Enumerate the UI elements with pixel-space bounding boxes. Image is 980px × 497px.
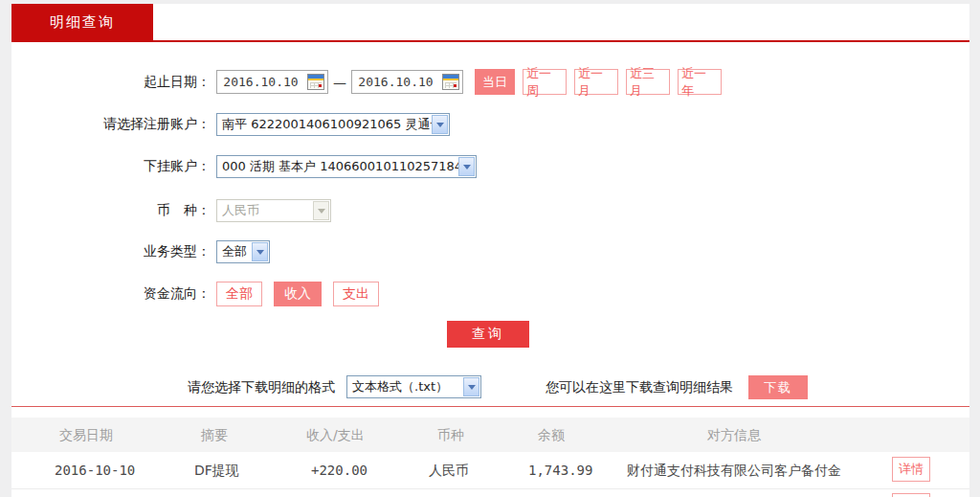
tab-bar: 明细查询 (11, 4, 969, 42)
quick-range-year-button[interactable]: 近一年 (678, 69, 722, 95)
chevron-down-icon (463, 377, 479, 396)
cell-counterparty: 财付通支付科技有限公司客户备付金 (627, 452, 841, 488)
calendar-icon[interactable] (307, 74, 324, 90)
date-range-separator: — (333, 75, 346, 90)
date-range-row: 起止日期： 2016.10.10 — 2016.10.10 当日 近一周 近一月… (11, 69, 722, 95)
cell-amount: +220.00 (311, 452, 368, 488)
cell-trade-date: 2016-10-10 (55, 452, 135, 488)
header-summary: 摘要 (201, 418, 228, 452)
currency-select: 人民币 (216, 199, 331, 222)
chevron-down-icon (458, 157, 475, 176)
table-header-row: 交易日期 摘要 收入/支出 币种 余额 对方信息 (11, 418, 969, 452)
currency-label: 币 种： (11, 202, 211, 219)
register-account-select[interactable]: 南平 6222001406100921065 灵通卡 (216, 113, 450, 136)
start-date-input[interactable]: 2016.10.10 (216, 70, 328, 94)
quick-range-3months-button[interactable]: 近三月 (626, 69, 670, 95)
fund-flow-row: 资金流向： 全部 收入 支出 (11, 281, 390, 306)
end-date-value: 2016.10.10 (358, 75, 433, 89)
calendar-icon[interactable] (442, 74, 459, 90)
register-account-value: 南平 6222001406100921065 灵通卡 (222, 116, 442, 133)
download-format-value: 文本格式（.txt） (352, 378, 448, 395)
header-counterparty: 对方信息 (707, 418, 761, 452)
download-format-label: 请您选择下载明细的格式 (188, 374, 335, 399)
table-row-partial (11, 489, 969, 497)
fund-flow-all-button[interactable]: 全部 (216, 282, 262, 306)
chevron-down-icon (313, 201, 329, 220)
end-date-input[interactable]: 2016.10.10 (351, 70, 463, 94)
currency-row: 币 种： 人民币 (11, 199, 331, 222)
header-trade-date: 交易日期 (59, 418, 113, 452)
fund-flow-expense-button[interactable]: 支出 (333, 282, 379, 306)
sub-account-row: 下挂账户： 000 活期 基本户 1406600101102571848 (11, 155, 477, 178)
currency-value: 人民币 (222, 202, 259, 219)
download-hint-text: 您可以在这里下载查询明细结果 (546, 374, 733, 399)
header-balance: 余额 (538, 418, 565, 452)
download-format-select[interactable]: 文本格式（.txt） (346, 375, 481, 398)
date-range-label: 起止日期： (11, 74, 211, 91)
results-table-panel: 交易日期 摘要 收入/支出 币种 余额 对方信息 2016-10-10 DF提现… (11, 407, 969, 497)
download-button[interactable]: 下载 (748, 375, 808, 399)
register-account-label: 请选择注册账户： (11, 116, 211, 133)
sub-account-value: 000 活期 基本户 1406600101102571848 (222, 158, 470, 175)
business-type-label: 业务类型： (11, 243, 211, 260)
detail-button-partial[interactable] (892, 493, 930, 497)
register-account-row: 请选择注册账户： 南平 6222001406100921065 灵通卡 (11, 113, 450, 136)
header-currency: 币种 (437, 418, 464, 452)
detail-button[interactable]: 详情 (892, 457, 930, 482)
header-income-expense: 收入/支出 (306, 418, 365, 452)
cell-currency: 人民币 (429, 452, 469, 488)
fund-flow-label: 资金流向： (11, 285, 211, 303)
query-button[interactable]: 查询 (447, 321, 529, 348)
detail-query-page: 明细查询 起止日期： 2016.10.10 — 2016.10.10 当日 近一… (0, 0, 980, 497)
business-type-value: 全部 (222, 243, 247, 260)
tab-detail-query[interactable]: 明细查询 (11, 4, 153, 40)
table-row: 2016-10-10 DF提现 +220.00 人民币 1,743.99 财付通… (11, 452, 969, 489)
cell-balance: 1,743.99 (528, 452, 592, 488)
sub-account-select[interactable]: 000 活期 基本户 1406600101102571848 (216, 155, 477, 178)
quick-range-month-button[interactable]: 近一月 (574, 69, 618, 95)
download-row: 请您选择下载明细的格式 文本格式（.txt） 您可以在这里下载查询明细结果 下载 (11, 374, 969, 399)
cell-summary: DF提现 (194, 452, 239, 488)
query-form-panel: 起止日期： 2016.10.10 — 2016.10.10 当日 近一周 近一月… (11, 42, 969, 407)
fund-flow-income-button[interactable]: 收入 (274, 282, 322, 306)
chevron-down-icon (252, 242, 268, 261)
sub-account-label: 下挂账户： (11, 158, 211, 175)
chevron-down-icon (432, 115, 448, 134)
business-type-row: 业务类型： 全部 (11, 240, 270, 263)
business-type-select[interactable]: 全部 (216, 240, 270, 263)
start-date-value: 2016.10.10 (223, 75, 298, 89)
quick-range-week-button[interactable]: 近一周 (523, 69, 567, 95)
quick-range-today-button[interactable]: 当日 (475, 69, 515, 95)
